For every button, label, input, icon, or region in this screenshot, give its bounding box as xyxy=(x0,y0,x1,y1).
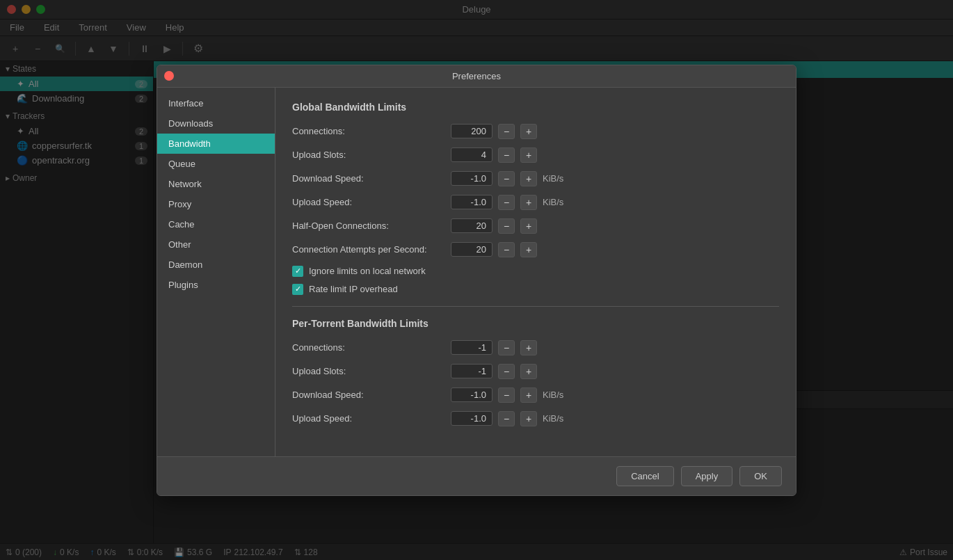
global-bandwidth-title: Global Bandwidth Limits xyxy=(292,102,779,113)
nav-bandwidth[interactable]: Bandwidth xyxy=(157,134,275,154)
rate-limit-label: Rate limit IP overhead xyxy=(309,284,398,294)
pt-upload-slots-value[interactable]: -1 xyxy=(451,364,492,378)
per-torrent-title: Per-Torrent Bandwidth Limits xyxy=(292,318,779,329)
pt-connections-row: Connections: -1 − + xyxy=(292,340,779,355)
upload-speed-unit: KiB/s xyxy=(543,197,563,207)
connections-row: Connections: 200 − + xyxy=(292,124,779,139)
pt-connections-decrement[interactable]: − xyxy=(498,340,515,355)
nav-downloads[interactable]: Downloads xyxy=(157,113,275,134)
nav-daemon[interactable]: Daemon xyxy=(157,255,275,275)
dialog-main: Global Bandwidth Limits Connections: 200… xyxy=(275,88,796,456)
ignore-limits-row: ✓ Ignore limits on local network xyxy=(292,266,779,277)
conn-attempts-row: Connection Attempts per Second: 20 − + xyxy=(292,242,779,257)
upload-speed-row: Upload Speed: -1.0 − + KiB/s xyxy=(292,195,779,210)
nav-cache[interactable]: Cache xyxy=(157,214,275,234)
half-open-increment[interactable]: + xyxy=(520,218,537,234)
cancel-button[interactable]: Cancel xyxy=(616,466,673,486)
pt-connections-increment[interactable]: + xyxy=(520,340,537,355)
nav-network[interactable]: Network xyxy=(157,174,275,194)
upload-slots-label: Upload Slots: xyxy=(292,150,445,160)
download-speed-decrement[interactable]: − xyxy=(498,171,515,186)
connections-label: Connections: xyxy=(292,126,445,136)
apply-button[interactable]: Apply xyxy=(681,466,733,486)
pt-download-speed-row: Download Speed: -1.0 − + KiB/s xyxy=(292,387,779,403)
ok-button[interactable]: OK xyxy=(739,466,782,486)
pt-upload-slots-label: Upload Slots: xyxy=(292,366,445,376)
download-speed-row: Download Speed: -1.0 − + KiB/s xyxy=(292,171,779,186)
pt-upload-speed-label: Upload Speed: xyxy=(292,413,445,424)
dialog-sidebar: Interface Downloads Bandwidth Queue Netw… xyxy=(157,88,275,456)
pt-upload-slots-increment[interactable]: + xyxy=(520,364,537,379)
rate-limit-checkbox[interactable]: ✓ xyxy=(292,284,303,295)
ignore-limits-checkbox[interactable]: ✓ xyxy=(292,266,303,277)
dialog-footer: Cancel Apply OK xyxy=(157,456,796,495)
pt-download-speed-value[interactable]: -1.0 xyxy=(451,387,492,402)
pt-download-speed-increment[interactable]: + xyxy=(520,387,537,403)
rate-limit-row: ✓ Rate limit IP overhead xyxy=(292,284,779,295)
pt-upload-speed-increment[interactable]: + xyxy=(520,411,537,426)
upload-slots-row: Upload Slots: 4 − + xyxy=(292,147,779,163)
modal-overlay: Preferences Interface Downloads Bandwidt… xyxy=(0,0,953,560)
upload-speed-increment[interactable]: + xyxy=(520,195,537,210)
pt-download-speed-decrement[interactable]: − xyxy=(498,387,515,403)
half-open-value[interactable]: 20 xyxy=(451,218,492,233)
upload-speed-value[interactable]: -1.0 xyxy=(451,195,492,209)
pt-upload-speed-decrement[interactable]: − xyxy=(498,411,515,426)
section-divider xyxy=(292,306,779,307)
pt-upload-speed-row: Upload Speed: -1.0 − + KiB/s xyxy=(292,411,779,426)
pt-connections-label: Connections: xyxy=(292,342,445,353)
dialog-titlebar: Preferences xyxy=(157,65,796,88)
connections-increment[interactable]: + xyxy=(520,124,537,139)
nav-other[interactable]: Other xyxy=(157,234,275,255)
conn-attempts-label: Connection Attempts per Second: xyxy=(292,244,445,255)
nav-plugins[interactable]: Plugins xyxy=(157,275,275,295)
pt-upload-slots-decrement[interactable]: − xyxy=(498,364,515,379)
dialog-body: Interface Downloads Bandwidth Queue Netw… xyxy=(157,88,796,456)
conn-attempts-value[interactable]: 20 xyxy=(451,242,492,257)
dialog-title: Preferences xyxy=(452,71,501,81)
upload-speed-decrement[interactable]: − xyxy=(498,195,515,210)
upload-slots-value[interactable]: 4 xyxy=(451,147,492,162)
download-speed-increment[interactable]: + xyxy=(520,171,537,186)
nav-proxy[interactable]: Proxy xyxy=(157,194,275,214)
nav-queue[interactable]: Queue xyxy=(157,154,275,174)
dialog-close-button[interactable] xyxy=(164,71,174,81)
conn-attempts-increment[interactable]: + xyxy=(520,242,537,257)
upload-speed-label: Upload Speed: xyxy=(292,197,445,207)
pt-upload-slots-row: Upload Slots: -1 − + xyxy=(292,364,779,379)
half-open-label: Half-Open Connections: xyxy=(292,221,445,231)
half-open-decrement[interactable]: − xyxy=(498,218,515,234)
pt-download-speed-unit: KiB/s xyxy=(543,390,563,400)
preferences-dialog: Preferences Interface Downloads Bandwidt… xyxy=(157,65,796,496)
connections-decrement[interactable]: − xyxy=(498,124,515,139)
nav-interface[interactable]: Interface xyxy=(157,93,275,113)
pt-download-speed-label: Download Speed: xyxy=(292,390,445,400)
pt-upload-speed-unit: KiB/s xyxy=(543,413,563,424)
upload-slots-decrement[interactable]: − xyxy=(498,147,515,163)
pt-upload-speed-value[interactable]: -1.0 xyxy=(451,411,492,426)
connections-value[interactable]: 200 xyxy=(451,124,492,138)
download-speed-label: Download Speed: xyxy=(292,173,445,184)
upload-slots-increment[interactable]: + xyxy=(520,147,537,163)
download-speed-value[interactable]: -1.0 xyxy=(451,171,492,186)
download-speed-unit: KiB/s xyxy=(543,173,563,184)
ignore-limits-label: Ignore limits on local network xyxy=(309,266,426,276)
pt-connections-value[interactable]: -1 xyxy=(451,340,492,355)
half-open-row: Half-Open Connections: 20 − + xyxy=(292,218,779,234)
conn-attempts-decrement[interactable]: − xyxy=(498,242,515,257)
